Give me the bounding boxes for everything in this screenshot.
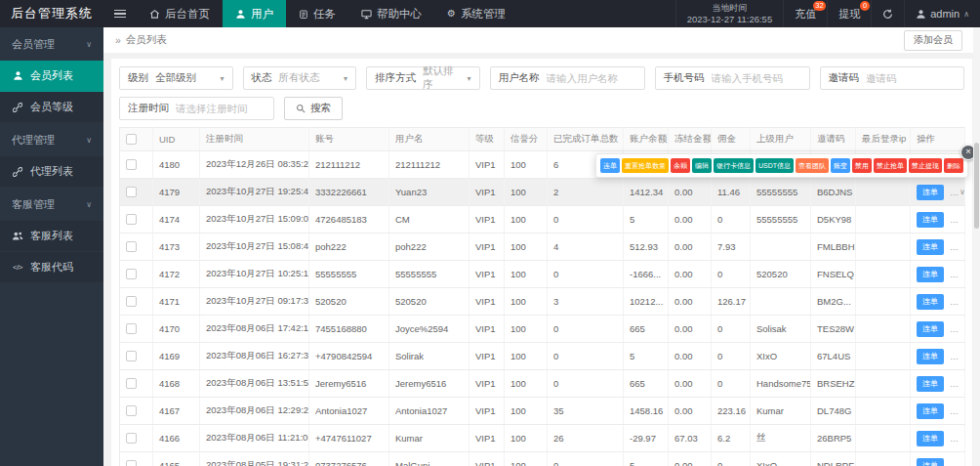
forbid-grab-button[interactable]: 禁止抢单 xyxy=(874,158,907,173)
dispatch-order-button[interactable]: 连单 xyxy=(917,349,944,364)
more-actions-button[interactable]: … xyxy=(950,461,960,466)
phone-input[interactable] xyxy=(712,72,801,84)
row-cell-11: D5KY98 xyxy=(811,206,856,233)
top-nav-help-center[interactable]: 帮助中心 xyxy=(348,0,434,27)
sidebar-group-agent-management[interactable]: 代理管理∨ xyxy=(0,123,103,156)
dispatch-order-button[interactable]: 连单 xyxy=(600,158,620,173)
row-cell-3: CM xyxy=(389,206,470,233)
user-menu[interactable]: admin ∧ xyxy=(904,0,980,27)
top-nav-home[interactable]: 后台首页 xyxy=(137,0,223,27)
row-checkbox[interactable] xyxy=(126,351,137,361)
row-cell-10: Kumar xyxy=(751,398,811,425)
dispatch-order-button[interactable]: 连单 xyxy=(917,185,944,200)
dispatch-order-button[interactable]: 连单 xyxy=(917,321,944,337)
row-checkbox[interactable] xyxy=(126,214,137,225)
caret-down-icon: ▾ xyxy=(344,74,347,83)
more-actions-button[interactable]: … xyxy=(950,352,960,361)
dispatch-order-button[interactable]: 连单 xyxy=(917,376,944,392)
dispatch-order-button[interactable]: 连单 xyxy=(917,431,944,446)
top-nav-tasks[interactable]: 任务 xyxy=(286,0,348,27)
row-cell-1: 2023年10月27日 15:08:47 xyxy=(200,233,309,261)
table-row: 41722023年10月27日 10:25:115555555555555555… xyxy=(120,261,965,288)
register-time-input[interactable] xyxy=(176,103,265,114)
bank-card-info-button[interactable]: 银行卡信息 xyxy=(714,158,754,173)
more-actions-button[interactable]: … xyxy=(950,297,960,307)
row-cell-4: VIP1 xyxy=(470,398,505,425)
invite-code-input[interactable] xyxy=(866,72,956,84)
row-cell-0: 4171 xyxy=(153,288,200,316)
dispatch-order-button[interactable]: 连单 xyxy=(917,212,944,228)
more-actions-button[interactable]: … xyxy=(950,215,960,225)
dispatch-order-button[interactable]: 连单 xyxy=(917,294,944,310)
row-checkbox[interactable] xyxy=(126,159,137,170)
row-checkbox[interactable] xyxy=(126,187,137,197)
row-checkbox[interactable] xyxy=(126,405,137,416)
account-change-button[interactable]: 账变 xyxy=(831,158,850,173)
dispatch-order-button[interactable]: 连单 xyxy=(917,458,944,466)
row-cell-1: 2023年08月06日 11:21:06 xyxy=(200,425,309,452)
forbid-withdraw-button[interactable]: 禁止提现 xyxy=(909,158,942,173)
row-cell-9: 7.93 xyxy=(712,233,751,261)
add-member-button[interactable]: 添加会员 xyxy=(904,30,962,51)
level-select[interactable]: 级别全部级别▾ xyxy=(119,66,233,90)
usdt-info-button[interactable]: USDT信息 xyxy=(755,158,794,173)
sidebar-item-support-code[interactable]: </>客服代码 xyxy=(0,252,103,283)
top-nav-system[interactable]: ⚙系统管理 xyxy=(434,0,518,27)
row-checkbox[interactable] xyxy=(126,269,137,279)
disable-button[interactable]: 禁用 xyxy=(852,158,872,173)
sidebar-item-member-list[interactable]: 会员列表 xyxy=(0,61,103,92)
row-cell-3: MalGuni xyxy=(389,452,470,466)
chevron-down-icon[interactable]: ∨ xyxy=(960,188,965,196)
status-select[interactable]: 状态所有状态▾ xyxy=(243,66,357,90)
row-checkbox[interactable] xyxy=(126,296,137,307)
edit-button[interactable]: 编辑 xyxy=(692,158,712,173)
sort-select[interactable]: 排序方式默认排序▾ xyxy=(366,66,480,90)
sidebar-item-support-list[interactable]: 客服列表 xyxy=(0,221,103,252)
menu-toggle-icon[interactable] xyxy=(103,0,137,27)
dispatch-order-button[interactable]: 连单 xyxy=(917,267,944,282)
view-team-button[interactable]: 查看团队 xyxy=(796,158,829,173)
more-actions-button[interactable]: … xyxy=(950,406,960,416)
row-checkbox[interactable] xyxy=(126,241,137,252)
sidebar-group-support-management[interactable]: 客服管理∨ xyxy=(0,188,103,221)
username-input[interactable] xyxy=(547,72,636,84)
sidebar-group-member-management[interactable]: 会员管理∨ xyxy=(0,27,103,61)
more-actions-button[interactable]: … xyxy=(950,324,960,334)
row-cell-6: 0 xyxy=(548,206,624,233)
dispatch-order-button[interactable]: 连单 xyxy=(917,403,944,419)
reset-grab-count-button[interactable]: 重置抢单数量 xyxy=(622,158,669,173)
more-actions-button[interactable]: … xyxy=(950,434,960,444)
row-cell-4: VIP1 xyxy=(470,316,505,343)
sidebar-item-member-level[interactable]: 会员等级 xyxy=(0,92,103,123)
row-checkbox[interactable] xyxy=(126,460,137,466)
sidebar-item-agent-list[interactable]: 代理列表 xyxy=(0,156,103,188)
more-actions-button[interactable]: … xyxy=(950,188,960,197)
row-cell-3: Antonia1027 xyxy=(389,398,470,425)
page-scrollbar[interactable] xyxy=(973,27,980,466)
column-header-2: 账号 xyxy=(309,128,389,151)
delete-button[interactable]: 删除 xyxy=(944,158,963,173)
refresh-button[interactable] xyxy=(871,0,904,27)
select-all-checkbox[interactable] xyxy=(126,134,137,145)
top-nav-users[interactable]: 用户 xyxy=(223,0,286,27)
row-cell-11: 67L4US xyxy=(811,343,856,370)
row-ops-cell: 连单… xyxy=(911,398,965,425)
search-button[interactable]: 搜索 xyxy=(284,97,343,120)
filter-row-1: 级别全部级别▾状态所有状态▾排序方式默认排序▾用户名称手机号码邀请码 xyxy=(119,66,964,90)
row-cell-4: VIP1 xyxy=(470,233,505,261)
row-checkbox[interactable] xyxy=(126,433,137,444)
row-cell-0: 4166 xyxy=(153,425,200,452)
row-checkbox[interactable] xyxy=(126,378,137,389)
withdraw-button[interactable]: 提现 0 xyxy=(827,0,871,27)
more-actions-button[interactable]: … xyxy=(950,379,960,389)
scrollbar-thumb[interactable] xyxy=(974,143,979,229)
column-header-4: 等级 xyxy=(470,128,505,151)
recharge-button[interactable]: 充值 32 xyxy=(783,0,827,27)
row-checkbox[interactable] xyxy=(126,323,137,334)
link-icon xyxy=(12,167,23,177)
invite-code-input-label: 邀请码 xyxy=(829,71,860,85)
more-actions-button[interactable]: … xyxy=(950,242,960,252)
more-actions-button[interactable]: … xyxy=(950,270,960,279)
dispatch-order-button[interactable]: 连单 xyxy=(917,239,944,255)
balance-button[interactable]: 余额 xyxy=(671,158,690,173)
